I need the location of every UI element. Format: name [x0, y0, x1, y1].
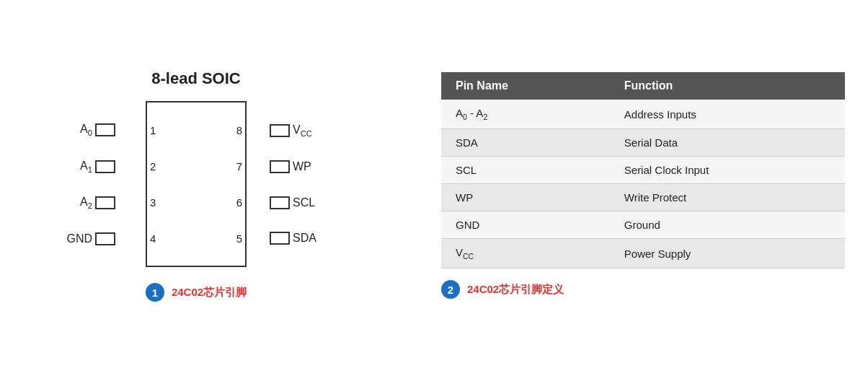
table-row: SDA Serial Data [441, 129, 845, 157]
table-row: WP Write Protect [441, 184, 845, 211]
pin-label-vcc: VCC [293, 123, 326, 138]
ic-num-8: 8 [228, 124, 242, 136]
table-row: GND Ground [441, 211, 845, 239]
pin-row-vcc: VCC [270, 123, 326, 138]
pin-right-group: VCC WP SCL SDA [270, 101, 326, 267]
chip-caption-num: 1 [146, 283, 164, 302]
table-cell-function: Write Protect [610, 184, 845, 211]
ic-num-1: 1 [150, 124, 164, 136]
table-cell-function: Power Supply [610, 239, 845, 269]
table-cell-function: Address Inputs [610, 100, 845, 129]
pin-row-a1: A1 [66, 160, 115, 174]
ic-num-3: 3 [150, 196, 164, 209]
pin-box-4 [95, 232, 115, 245]
table-cell-function: Ground [610, 211, 845, 239]
pin-left-group: A0 A1 A2 GND [66, 101, 115, 267]
pin-box-3 [95, 196, 115, 209]
ic-numbers-left: 1 2 3 4 [150, 101, 164, 267]
pin-box-7 [270, 160, 290, 173]
chip-title: 8-lead SOIC [151, 69, 240, 88]
chip-caption-text: 24C02芯片引脚 [172, 286, 247, 300]
ic-num-2: 2 [150, 160, 164, 173]
table-row: A0 - A2 Address Inputs [441, 100, 845, 129]
pin-label-a2: A2 [66, 196, 92, 210]
pin-row-gnd: GND [66, 232, 115, 245]
chip-caption: 1 24C02芯片引脚 [146, 283, 247, 302]
ic-num-6: 6 [228, 196, 242, 209]
table-cell-pin: A0 - A2 [441, 100, 610, 129]
table-cell-pin: VCC [441, 239, 610, 269]
table-cell-function: Serial Data [610, 129, 845, 157]
table-header-row: Pin Name Function [441, 72, 845, 100]
pin-row-scl: SCL [270, 196, 326, 209]
table-row: SCL Serial Clock Input [441, 157, 845, 184]
table-caption-text: 24C02芯片引脚定义 [467, 283, 564, 297]
pin-box-8 [270, 124, 290, 137]
col-header-pin: Pin Name [441, 72, 610, 100]
table-cell-pin: SCL [441, 157, 610, 184]
table-caption: 2 24C02芯片引脚定义 [441, 280, 564, 299]
table-cell-pin: SDA [441, 129, 610, 157]
table-cell-pin: WP [441, 184, 610, 211]
table-cell-pin: GND [441, 211, 610, 239]
pin-label-wp: WP [293, 160, 326, 173]
table-section: Pin Name Function A0 - A2 Address Inputs… [441, 72, 845, 299]
table-cell-function: Serial Clock Input [610, 157, 845, 184]
pin-label-sda: SDA [293, 232, 326, 245]
ic-num-7: 7 [228, 160, 242, 173]
pin-box-1 [95, 123, 115, 136]
pin-row-wp: WP [270, 160, 326, 173]
pin-box-5 [270, 232, 290, 245]
pin-label-scl: SCL [293, 196, 326, 209]
chip-diagram: A0 A1 A2 GND [66, 101, 326, 267]
pin-box-6 [270, 196, 290, 209]
ic-num-4: 4 [150, 232, 164, 245]
main-container: 8-lead SOIC A0 A1 A2 [9, 62, 859, 309]
pin-table: Pin Name Function A0 - A2 Address Inputs… [441, 72, 845, 269]
pin-row-a2: A2 [66, 196, 115, 210]
pin-label-a1: A1 [66, 160, 92, 174]
chip-section: 8-lead SOIC A0 A1 A2 [23, 69, 369, 302]
ic-numbers-right: 8 7 6 5 [228, 101, 242, 267]
pin-label-a0: A0 [66, 123, 92, 137]
pin-row-a0: A0 [66, 123, 115, 137]
col-header-function: Function [610, 72, 845, 100]
ic-num-5: 5 [228, 232, 242, 245]
table-caption-num: 2 [441, 280, 460, 299]
pin-box-2 [95, 160, 115, 173]
pin-label-gnd: GND [66, 232, 92, 245]
table-row: VCC Power Supply [441, 239, 845, 269]
pin-row-sda: SDA [270, 232, 326, 245]
